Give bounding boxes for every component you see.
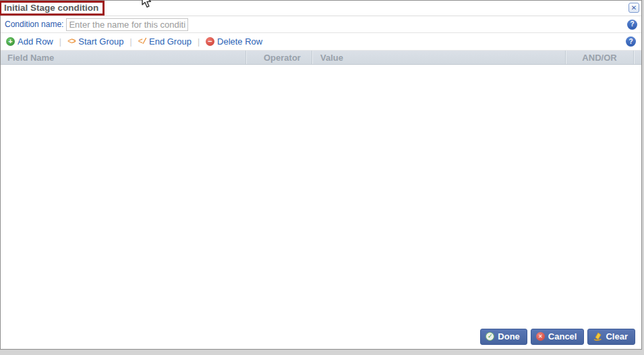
- condition-name-row: Condition name: ?: [1, 16, 641, 33]
- column-header-spacer: [633, 51, 641, 64]
- column-header-and-or: AND/OR: [565, 51, 633, 64]
- delete-icon: −: [206, 37, 214, 46]
- add-icon: +: [6, 37, 15, 46]
- column-header-operator: Operator: [245, 51, 312, 64]
- start-group-button[interactable]: <> Start Group: [67, 36, 124, 47]
- clear-eraser-icon: [593, 332, 602, 341]
- add-row-label: Add Row: [18, 36, 53, 47]
- column-header-field-name: Field Name: [1, 51, 245, 64]
- cancel-x-icon: ✕: [536, 332, 545, 341]
- condition-grid-header: Field Name Operator Value AND/OR: [1, 50, 641, 65]
- start-group-icon: <>: [67, 37, 76, 47]
- clear-button[interactable]: Clear: [587, 329, 635, 345]
- done-button[interactable]: ✓ Done: [480, 329, 527, 345]
- condition-name-label: Condition name:: [5, 20, 63, 29]
- end-group-label: End Group: [149, 36, 192, 47]
- start-group-label: Start Group: [78, 36, 123, 47]
- done-label: Done: [498, 331, 520, 342]
- end-group-button[interactable]: </ End Group: [138, 36, 192, 47]
- dialog-title: Initial Stage condition: [4, 3, 98, 13]
- add-row-button[interactable]: + Add Row: [6, 36, 53, 47]
- cancel-button[interactable]: ✕ Cancel: [531, 329, 585, 345]
- toolbar-separator: |: [129, 37, 131, 47]
- condition-grid-body: [1, 65, 641, 329]
- dialog-title-annotation: Initial Stage condition: [0, 1, 105, 16]
- dialog-footer: ✓ Done ✕ Cancel Clear: [1, 329, 641, 349]
- toolbar-separator: |: [59, 37, 61, 47]
- done-check-icon: ✓: [486, 332, 494, 341]
- clear-label: Clear: [606, 331, 628, 342]
- end-group-icon: </: [138, 37, 146, 47]
- toolbar-separator: |: [198, 37, 200, 47]
- delete-row-button[interactable]: − Delete Row: [206, 36, 262, 47]
- condition-builder-dialog: Initial Stage condition ✕ Condition name…: [0, 0, 642, 350]
- delete-row-label: Delete Row: [217, 36, 262, 47]
- condition-toolbar: + Add Row | <> Start Group | </ End Grou…: [1, 33, 641, 50]
- dialog-titlebar: Initial Stage condition ✕: [1, 1, 641, 16]
- help-icon[interactable]: ?: [626, 36, 636, 47]
- close-icon[interactable]: ✕: [628, 3, 639, 13]
- cancel-label: Cancel: [548, 331, 577, 342]
- column-header-value: Value: [312, 51, 565, 64]
- help-icon[interactable]: ?: [627, 20, 637, 30]
- condition-name-input[interactable]: [66, 18, 188, 31]
